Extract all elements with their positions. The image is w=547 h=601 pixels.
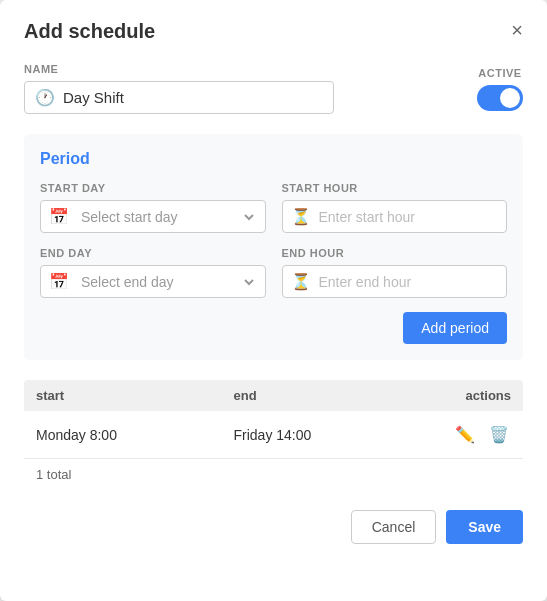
calendar-start-icon: 📅 — [49, 207, 69, 226]
row-end: Friday 14:00 — [234, 427, 432, 443]
clock-icon: 🕐 — [35, 88, 55, 107]
name-section: NAME 🕐 ACTIVE — [24, 63, 523, 114]
table-header: start end actions — [24, 380, 523, 411]
start-hour-label: START HOUR — [282, 182, 508, 194]
table-footer: 1 total — [24, 459, 523, 490]
start-row: START DAY 📅 Select start day Monday Tues… — [40, 182, 507, 233]
end-day-select[interactable]: Select end day Monday Tuesday Wednesday … — [77, 273, 257, 291]
cancel-button[interactable]: Cancel — [351, 510, 437, 544]
name-input[interactable] — [63, 89, 323, 106]
hourglass-start-icon: ⏳ — [291, 207, 311, 226]
close-button[interactable]: × — [511, 20, 523, 40]
end-hour-input[interactable] — [319, 274, 499, 290]
name-field-group: NAME 🕐 — [24, 63, 334, 114]
end-row: END DAY 📅 Select end day Monday Tuesday … — [40, 247, 507, 298]
active-toggle-group: ACTIVE — [477, 67, 523, 111]
start-day-label: START DAY — [40, 182, 266, 194]
start-hour-field: START HOUR ⏳ — [282, 182, 508, 233]
end-day-label: END DAY — [40, 247, 266, 259]
start-day-field: START DAY 📅 Select start day Monday Tues… — [40, 182, 266, 233]
start-hour-input[interactable] — [319, 209, 499, 225]
col-header-end: end — [234, 388, 432, 403]
col-header-start: start — [36, 388, 234, 403]
add-period-button[interactable]: Add period — [403, 312, 507, 344]
modal-header: Add schedule × — [24, 20, 523, 43]
end-hour-input-wrapper: ⏳ — [282, 265, 508, 298]
table-row: Monday 8:00 Friday 14:00 ✏️ 🗑️ — [24, 411, 523, 459]
modal-title: Add schedule — [24, 20, 155, 43]
footer-buttons: Cancel Save — [24, 510, 523, 544]
start-day-select[interactable]: Select start day Monday Tuesday Wednesda… — [77, 208, 257, 226]
edit-button[interactable]: ✏️ — [453, 423, 477, 446]
action-icons-group: ✏️ 🗑️ — [431, 423, 511, 446]
schedule-table: start end actions Monday 8:00 Friday 14:… — [24, 380, 523, 490]
end-day-field: END DAY 📅 Select end day Monday Tuesday … — [40, 247, 266, 298]
active-label: ACTIVE — [478, 67, 521, 79]
row-start: Monday 8:00 — [36, 427, 234, 443]
calendar-end-icon: 📅 — [49, 272, 69, 291]
col-header-actions: actions — [431, 388, 511, 403]
name-input-wrapper: 🕐 — [24, 81, 334, 114]
period-title: Period — [40, 150, 507, 168]
end-hour-label: END HOUR — [282, 247, 508, 259]
delete-button[interactable]: 🗑️ — [487, 423, 511, 446]
end-hour-field: END HOUR ⏳ — [282, 247, 508, 298]
end-day-input-wrapper: 📅 Select end day Monday Tuesday Wednesda… — [40, 265, 266, 298]
period-section: Period START DAY 📅 Select start day Mond… — [24, 134, 523, 360]
add-schedule-modal: Add schedule × NAME 🕐 ACTIVE Period STAR… — [0, 0, 547, 601]
add-period-row: Add period — [40, 312, 507, 344]
start-day-input-wrapper: 📅 Select start day Monday Tuesday Wednes… — [40, 200, 266, 233]
total-label: 1 total — [36, 467, 71, 482]
active-toggle[interactable] — [477, 85, 523, 111]
name-label: NAME — [24, 63, 334, 75]
hourglass-end-icon: ⏳ — [291, 272, 311, 291]
row-actions: ✏️ 🗑️ — [431, 423, 511, 446]
start-hour-input-wrapper: ⏳ — [282, 200, 508, 233]
save-button[interactable]: Save — [446, 510, 523, 544]
